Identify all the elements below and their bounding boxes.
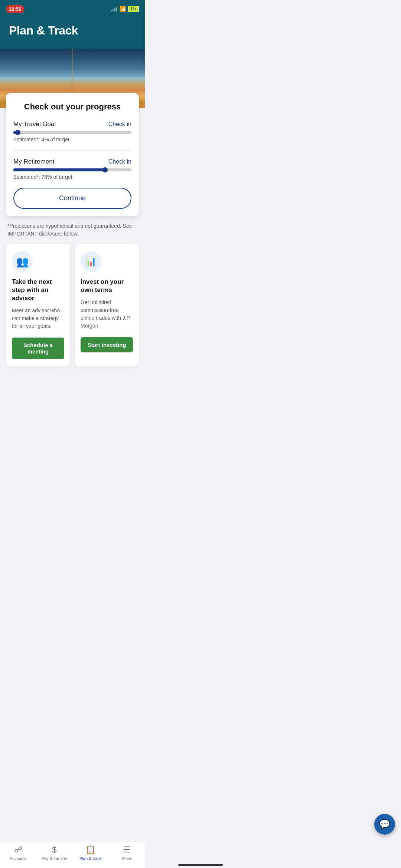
retirement-goal-name: My Retirement (13, 158, 55, 165)
invest-icon-wrapper: 📊 (81, 251, 101, 272)
page-title: Plan & Track (9, 24, 136, 37)
status-icons: 📶 13+ (111, 6, 139, 12)
invest-icon: 📊 (85, 256, 97, 267)
retirement-goal-progress-text: Estimated*: 78% of target (13, 174, 72, 180)
invest-card: 📊 Invest on your own terms Get unlimited… (75, 244, 139, 366)
page-header: Plan & Track (0, 16, 145, 49)
start-investing-button[interactable]: Start investing (81, 337, 133, 352)
advisor-card-desc: Meet an advisor who can make a strategy … (12, 307, 64, 330)
battery-container: 13+ (128, 6, 139, 12)
travel-goal-name: My Travel Goal (13, 121, 56, 128)
signal-icon (111, 6, 117, 11)
advisor-card-title: Take the next step with an advisor (12, 278, 64, 302)
schedule-meeting-button[interactable]: Schedule a meeting (12, 338, 64, 359)
continue-button[interactable]: Continue (13, 188, 131, 209)
travel-goal-progress-bar-bg (13, 131, 131, 134)
retirement-goal-progress-fill (13, 168, 105, 171)
goal-divider (13, 150, 131, 151)
retirement-goal-progress-bar-bg (13, 168, 131, 171)
invest-card-desc: Get unlimited commission-free online tra… (81, 299, 133, 330)
retirement-goal-item: My Retirement Check in Estimated*: 78% o… (13, 158, 131, 180)
advisor-icon: 👥 (16, 256, 29, 268)
travel-goal-progress-text: Estimated*: 4% of target (13, 137, 69, 142)
travel-goal-checkin-button[interactable]: Check in (108, 121, 131, 128)
status-time: 22:56 (6, 5, 24, 13)
battery-indicator: 13+ (128, 6, 139, 12)
disclaimer-text: *Projections are hypothetical and not gu… (0, 216, 145, 244)
invest-card-title: Invest on your own terms (81, 278, 133, 294)
status-bar: 22:56 📶 13+ (0, 0, 145, 16)
progress-card: Check out your progress My Travel Goal C… (6, 93, 139, 216)
advisor-card: 👥 Take the next step with an advisor Mee… (6, 244, 70, 366)
progress-card-title: Check out your progress (13, 102, 131, 112)
wifi-icon: 📶 (120, 6, 126, 12)
advisor-icon-wrapper: 👥 (12, 251, 33, 272)
travel-goal-header: My Travel Goal Check in (13, 121, 131, 128)
retirement-goal-header: My Retirement Check in (13, 158, 131, 165)
retirement-goal-checkin-button[interactable]: Check in (108, 158, 131, 165)
travel-goal-progress-fill (13, 131, 18, 134)
feature-cards-row: 👥 Take the next step with an advisor Mee… (0, 244, 145, 404)
travel-goal-item: My Travel Goal Check in Estimated*: 4% o… (13, 121, 131, 143)
